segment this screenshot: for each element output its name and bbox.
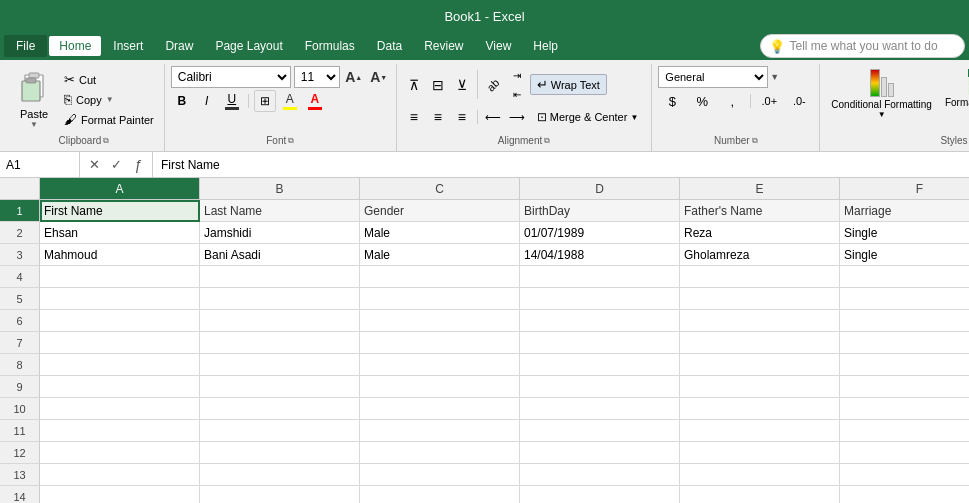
- row-header[interactable]: 8: [0, 354, 40, 376]
- sheet-cell[interactable]: [360, 354, 520, 376]
- menu-item-view[interactable]: View: [476, 36, 522, 56]
- insert-function-icon[interactable]: ƒ: [128, 155, 148, 175]
- font-size-select[interactable]: 11: [294, 66, 340, 88]
- align-middle-button[interactable]: ⊟: [427, 74, 449, 96]
- sheet-cell[interactable]: [680, 420, 840, 442]
- row-header[interactable]: 4: [0, 266, 40, 288]
- sheet-cell[interactable]: [840, 486, 969, 503]
- sheet-cell[interactable]: [840, 354, 969, 376]
- sheet-cell[interactable]: [360, 464, 520, 486]
- sheet-cell[interactable]: [680, 442, 840, 464]
- sheet-cell[interactable]: Gholamreza: [680, 244, 840, 266]
- column-header-c[interactable]: C: [360, 178, 520, 200]
- sheet-cell[interactable]: Single: [840, 222, 969, 244]
- menu-item-file[interactable]: File: [4, 35, 47, 57]
- bold-button[interactable]: B: [171, 90, 193, 112]
- sheet-cell[interactable]: Father's Name: [680, 200, 840, 222]
- row-header[interactable]: 1: [0, 200, 40, 222]
- increase-font-size-button[interactable]: A▲: [343, 66, 365, 88]
- sheet-cell[interactable]: [40, 288, 200, 310]
- sheet-cell[interactable]: [520, 376, 680, 398]
- sheet-cell[interactable]: [680, 398, 840, 420]
- menu-item-help[interactable]: Help: [523, 36, 568, 56]
- sheet-cell[interactable]: [360, 442, 520, 464]
- sheet-cell[interactable]: [200, 310, 360, 332]
- sheet-cell[interactable]: [520, 354, 680, 376]
- sheet-cell[interactable]: 14/04/1988: [520, 244, 680, 266]
- sheet-cell[interactable]: Mahmoud: [40, 244, 200, 266]
- cell-reference-box[interactable]: A1: [0, 152, 80, 177]
- sheet-cell[interactable]: [40, 486, 200, 503]
- row-header[interactable]: 9: [0, 376, 40, 398]
- sheet-cell[interactable]: [40, 332, 200, 354]
- sheet-cell[interactable]: Male: [360, 222, 520, 244]
- alignment-expand-icon[interactable]: ⧉: [544, 136, 550, 146]
- menu-item-data[interactable]: Data: [367, 36, 412, 56]
- row-header[interactable]: 11: [0, 420, 40, 442]
- wrap-text-button[interactable]: ↵ Wrap Text: [530, 74, 607, 95]
- merge-center-button[interactable]: ⊡ Merge & Center ▼: [530, 107, 646, 127]
- column-header-a[interactable]: A: [40, 178, 200, 200]
- sheet-cell[interactable]: [360, 486, 520, 503]
- sheet-cell[interactable]: [360, 398, 520, 420]
- cancel-formula-icon[interactable]: ✕: [84, 155, 104, 175]
- sheet-cell[interactable]: [520, 288, 680, 310]
- sheet-cell[interactable]: [40, 442, 200, 464]
- sheet-cell[interactable]: [680, 464, 840, 486]
- align-bottom-button[interactable]: ⊻: [451, 74, 473, 96]
- sheet-cell[interactable]: Gender: [360, 200, 520, 222]
- increase-decimal-button[interactable]: .0+: [755, 90, 783, 112]
- sheet-cell[interactable]: [200, 464, 360, 486]
- sheet-cell[interactable]: [680, 332, 840, 354]
- sheet-cell[interactable]: Jamshidi: [200, 222, 360, 244]
- sheet-cell[interactable]: Bani Asadi: [200, 244, 360, 266]
- sheet-cell[interactable]: [840, 332, 969, 354]
- sheet-cell[interactable]: [840, 376, 969, 398]
- sheet-cell[interactable]: [840, 420, 969, 442]
- sheet-cell[interactable]: [680, 266, 840, 288]
- sheet-cell[interactable]: Ehsan: [40, 222, 200, 244]
- sheet-cell[interactable]: [840, 398, 969, 420]
- sheet-cell[interactable]: [520, 332, 680, 354]
- number-format-select[interactable]: General: [658, 66, 768, 88]
- menu-item-home[interactable]: Home: [49, 36, 101, 56]
- align-left-button[interactable]: ≡: [403, 106, 425, 128]
- format-as-table-button[interactable]: Format as Table ▼: [940, 66, 969, 120]
- row-header[interactable]: 10: [0, 398, 40, 420]
- row-header[interactable]: 3: [0, 244, 40, 266]
- sheet-cell[interactable]: [520, 486, 680, 503]
- sheet-cell[interactable]: [840, 288, 969, 310]
- menu-item-page-layout[interactable]: Page Layout: [205, 36, 292, 56]
- sheet-cell[interactable]: [40, 266, 200, 288]
- sheet-cell[interactable]: [40, 464, 200, 486]
- column-header-b[interactable]: B: [200, 178, 360, 200]
- format-painter-button[interactable]: 🖌 Format Painter: [60, 110, 158, 129]
- sheet-cell[interactable]: [360, 420, 520, 442]
- sheet-cell[interactable]: [840, 310, 969, 332]
- ltr-button[interactable]: ⟶: [506, 106, 528, 128]
- number-expand-icon[interactable]: ⧉: [752, 136, 758, 146]
- sheet-cell[interactable]: [360, 376, 520, 398]
- menu-item-formulas[interactable]: Formulas: [295, 36, 365, 56]
- sheet-cell[interactable]: [360, 266, 520, 288]
- column-header-e[interactable]: E: [680, 178, 840, 200]
- currency-button[interactable]: $: [658, 90, 686, 112]
- sheet-cell[interactable]: [40, 310, 200, 332]
- conditional-formatting-button[interactable]: Conditional Formatting ▼: [826, 66, 937, 122]
- align-right-button[interactable]: ≡: [451, 106, 473, 128]
- sheet-cell[interactable]: [360, 310, 520, 332]
- increase-indent-button[interactable]: ⇥: [506, 66, 528, 84]
- sheet-cell[interactable]: [200, 266, 360, 288]
- align-center-button[interactable]: ≡: [427, 106, 449, 128]
- font-expand-icon[interactable]: ⧉: [288, 136, 294, 146]
- sheet-cell[interactable]: [200, 354, 360, 376]
- sheet-cell[interactable]: [840, 464, 969, 486]
- sheet-cell[interactable]: [200, 288, 360, 310]
- sheet-cell[interactable]: [520, 266, 680, 288]
- sheet-cell[interactable]: [680, 376, 840, 398]
- sheet-cell[interactable]: [840, 442, 969, 464]
- sheet-cell[interactable]: BirthDay: [520, 200, 680, 222]
- cut-button[interactable]: ✂ Cut: [60, 70, 158, 89]
- row-header[interactable]: 14: [0, 486, 40, 503]
- align-top-button[interactable]: ⊼: [403, 74, 425, 96]
